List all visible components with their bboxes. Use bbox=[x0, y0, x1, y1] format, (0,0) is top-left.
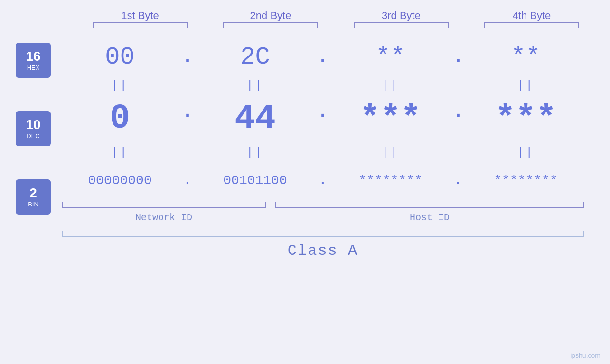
bottom-brackets bbox=[62, 202, 584, 208]
hex-badge-label: HEX bbox=[27, 64, 40, 71]
sep-1-1: || bbox=[62, 79, 178, 92]
dec-badge: 10 DEC bbox=[16, 111, 51, 146]
watermark: ipshu.com bbox=[570, 352, 601, 359]
dec-val-2: 44 bbox=[197, 99, 313, 138]
hex-row: 00 . 2C . ** . ** bbox=[62, 38, 584, 76]
full-bracket-row bbox=[62, 231, 584, 237]
badge-column: 16 HEX 10 DEC 2 BIN bbox=[0, 38, 62, 215]
bin-badge-label: BIN bbox=[28, 201, 38, 208]
content-area: 16 HEX 10 DEC 2 BIN 00 . 2C . ** . ** bbox=[0, 38, 610, 260]
full-bracket bbox=[62, 231, 584, 237]
dec-val-4: *** bbox=[468, 99, 584, 138]
bin-dot-2: . bbox=[313, 173, 332, 188]
class-label: Class A bbox=[288, 242, 358, 260]
dec-dot-1: . bbox=[178, 101, 197, 137]
class-label-row: Class A bbox=[62, 242, 584, 260]
dec-val-1: 0 bbox=[62, 99, 178, 138]
bin-badge-number: 2 bbox=[29, 186, 37, 201]
dec-val-3: *** bbox=[332, 99, 449, 138]
bin-val-4: ******** bbox=[468, 173, 584, 188]
bin-badge: 2 BIN bbox=[16, 179, 51, 215]
hex-dot-2: . bbox=[313, 47, 332, 68]
sep-1-4: || bbox=[468, 79, 584, 92]
sep-2-2: || bbox=[197, 146, 313, 159]
sep-1-3: || bbox=[332, 79, 449, 92]
header-row: 1st Byte 2nd Byte 3rd Byte 4th Byte bbox=[75, 9, 597, 22]
bin-val-3: ******** bbox=[332, 173, 449, 188]
id-labels-row: Network ID Host ID bbox=[62, 212, 584, 223]
hex-dot-1: . bbox=[178, 47, 197, 68]
host-id-label: Host ID bbox=[275, 212, 584, 223]
sep-row-2: || || || || bbox=[62, 142, 584, 161]
hex-badge: 16 HEX bbox=[16, 43, 51, 78]
network-id-label: Network ID bbox=[62, 212, 266, 223]
sep-1-2: || bbox=[197, 79, 313, 92]
byte-label-4: 4th Byte bbox=[479, 9, 584, 22]
dec-badge-number: 10 bbox=[26, 118, 40, 132]
hex-badge-number: 16 bbox=[26, 49, 40, 64]
hex-val-3: ** bbox=[332, 43, 449, 71]
byte-label-2: 2nd Byte bbox=[218, 9, 323, 22]
hex-val-2: 2C bbox=[197, 43, 313, 71]
bin-dot-1: . bbox=[178, 173, 197, 188]
network-bracket bbox=[62, 202, 266, 208]
dec-dot-3: . bbox=[449, 101, 468, 137]
byte-label-3: 3rd Byte bbox=[349, 9, 453, 22]
bracket-4 bbox=[484, 22, 579, 28]
dec-row: 0 . 44 . *** . *** bbox=[62, 95, 584, 142]
host-bracket bbox=[275, 202, 584, 208]
hex-dot-3: . bbox=[449, 47, 468, 68]
rows-area: 00 . 2C . ** . ** || || || || 0 . bbox=[62, 38, 610, 260]
dec-badge-label: DEC bbox=[27, 132, 39, 140]
byte-label-1: 1st Byte bbox=[88, 9, 192, 22]
bracket-1 bbox=[93, 22, 188, 28]
bin-val-2: 00101100 bbox=[197, 173, 313, 188]
main-container: 1st Byte 2nd Byte 3rd Byte 4th Byte 16 H… bbox=[0, 0, 610, 364]
bracket-2 bbox=[223, 22, 318, 28]
sep-2-1: || bbox=[62, 146, 178, 159]
bin-row: 00000000 . 00101100 . ******** . *******… bbox=[62, 161, 584, 199]
hex-val-4: ** bbox=[468, 43, 584, 71]
sep-row-1: || || || || bbox=[62, 76, 584, 95]
dec-dot-2: . bbox=[313, 101, 332, 137]
bracket-row bbox=[75, 22, 597, 28]
bin-val-1: 00000000 bbox=[62, 173, 178, 188]
bin-dot-3: . bbox=[449, 173, 468, 188]
sep-2-3: || bbox=[332, 146, 449, 159]
hex-val-1: 00 bbox=[62, 43, 178, 71]
sep-2-4: || bbox=[468, 146, 584, 159]
bracket-3 bbox=[354, 22, 449, 28]
